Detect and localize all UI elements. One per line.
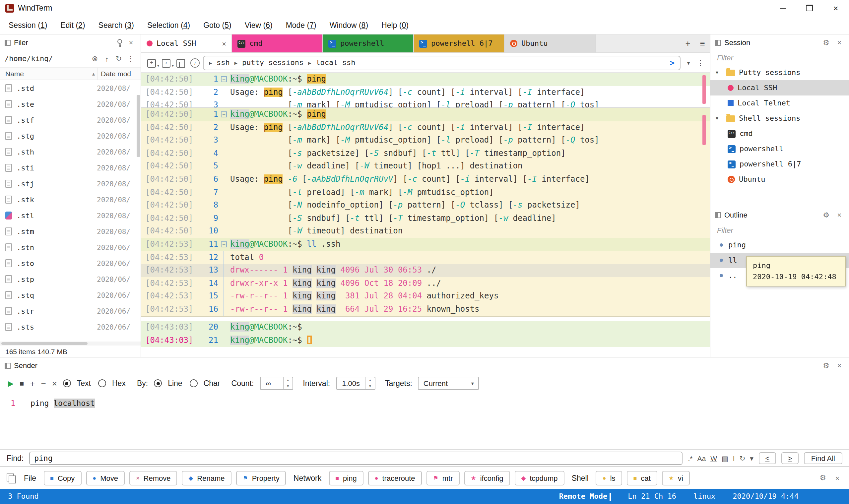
tab-ubuntu[interactable]: Ubuntu xyxy=(505,35,596,52)
current-path[interactable]: /home/king/ xyxy=(5,54,53,63)
increment-icon[interactable]: ▲ xyxy=(366,377,375,383)
date-column-header[interactable]: Date mod xyxy=(98,70,131,77)
up-directory-icon[interactable]: ↑ xyxy=(102,55,112,63)
clear-path-icon[interactable]: ⊗ xyxy=(90,54,100,63)
tab-cmd[interactable]: cmd xyxy=(232,35,323,52)
gear-icon[interactable]: ⚙ xyxy=(818,473,828,482)
toolbar-button-traceroute[interactable]: ●traceroute xyxy=(368,470,422,485)
add-line-button[interactable]: + xyxy=(30,378,35,388)
toolbar-button-ping[interactable]: ■ping xyxy=(329,470,363,485)
sender-editor[interactable]: 1 ping localhost xyxy=(0,393,849,449)
name-column-header[interactable]: Name ▴ xyxy=(0,68,98,79)
toolbar-button-remove[interactable]: ×Remove xyxy=(129,470,177,485)
file-row[interactable]: .stq2020/06/ xyxy=(0,287,141,303)
menu-item-goto[interactable]: Goto (5) xyxy=(197,21,238,29)
toolbar-button-move[interactable]: ●Move xyxy=(86,470,125,485)
in-selection-icon[interactable]: ▤ xyxy=(722,454,728,462)
gear-icon[interactable]: ⚙ xyxy=(821,361,831,370)
pin-icon[interactable] xyxy=(116,38,123,47)
session-item-ubuntu[interactable]: Ubuntu xyxy=(710,172,849,187)
cursor-icon[interactable]: I xyxy=(733,454,735,462)
toolbar-button-copy[interactable]: ■Copy xyxy=(43,470,81,485)
wrap-around-icon[interactable]: ↻ xyxy=(740,454,745,462)
tab-local-ssh[interactable]: Local SSH× xyxy=(141,35,232,52)
input-mode-status[interactable]: Remote Mode xyxy=(559,492,611,501)
outline-item-ping[interactable]: ping xyxy=(710,237,849,253)
tab-list-button[interactable]: ≡ xyxy=(695,35,710,52)
file-row[interactable]: .stn2020/06/ xyxy=(0,239,141,255)
toolbar-button-vi[interactable]: ★vi xyxy=(662,470,690,485)
decrement-icon[interactable]: ▼ xyxy=(284,383,292,389)
menu-item-selection[interactable]: Selection (4) xyxy=(141,21,197,29)
find-options-dropdown-icon[interactable]: ▾ xyxy=(750,454,754,462)
duplicate-session-icon[interactable] xyxy=(161,57,173,68)
targets-dropdown[interactable]: Current ▾ xyxy=(418,377,479,390)
session-item-local-telnet[interactable]: Local Telnet xyxy=(710,95,849,111)
more-options-icon[interactable]: ⋮ xyxy=(697,58,704,67)
close-panel-icon[interactable]: × xyxy=(834,361,844,370)
toolbar-button-mtr[interactable]: ⚑mtr xyxy=(427,470,460,485)
remove-line-button[interactable]: − xyxy=(41,378,46,388)
run-command-icon[interactable]: > xyxy=(670,58,674,67)
count-spinner[interactable]: ∞ ▲ ▼ xyxy=(260,377,293,390)
close-panel-icon[interactable]: × xyxy=(834,38,844,47)
file-row[interactable]: .std2020/08/ xyxy=(0,80,141,96)
file-row[interactable]: .stp2020/06/ xyxy=(0,271,141,287)
more-options-icon[interactable]: ⋮ xyxy=(125,54,136,63)
interval-spinner[interactable]: 1.00s ▲ ▼ xyxy=(336,377,375,390)
clipboard-icon[interactable] xyxy=(176,57,187,68)
breadcrumb-item[interactable]: putty sessions xyxy=(242,58,304,67)
hex-mode-radio[interactable] xyxy=(98,379,106,387)
refresh-icon[interactable]: ↻ xyxy=(113,54,124,63)
session-item-local-ssh[interactable]: Local SSH xyxy=(710,80,849,95)
stop-button[interactable]: ■ xyxy=(20,379,24,387)
cursor-position-status[interactable]: Ln 21 Ch 16 xyxy=(628,492,676,501)
new-tab-button[interactable]: + xyxy=(681,35,695,52)
close-tab-icon[interactable]: × xyxy=(222,39,226,48)
menu-item-session[interactable]: Session (1) xyxy=(2,21,54,29)
session-item-shell-sessions[interactable]: ▾Shell sessions xyxy=(710,111,849,126)
file-row[interactable]: .str2020/06/ xyxy=(0,303,141,319)
file-row[interactable]: .stf2020/08/ xyxy=(0,112,141,128)
session-item-cmd[interactable]: cmd xyxy=(710,126,849,141)
file-row[interactable]: .stg2020/08/ xyxy=(0,128,141,144)
chevron-down-icon[interactable]: ▾ xyxy=(684,59,693,66)
menu-item-help[interactable]: Help (0) xyxy=(375,21,415,29)
session-filter-input[interactable]: Filter xyxy=(710,50,849,65)
file-row[interactable]: .sth2020/08/ xyxy=(0,144,141,160)
menu-item-mode[interactable]: Mode (7) xyxy=(279,21,323,29)
file-row[interactable]: .stm2020/08/ xyxy=(0,223,141,239)
menu-item-search[interactable]: Search (3) xyxy=(92,21,141,29)
toolbar-button-ifconfig[interactable]: ★ifconfig xyxy=(464,470,510,485)
match-case-icon[interactable]: Aa xyxy=(697,454,706,462)
file-row[interactable]: .sts2020/06/ xyxy=(0,319,141,335)
horizontal-scrollbar[interactable] xyxy=(0,342,141,345)
close-panel-icon[interactable]: × xyxy=(832,474,842,482)
platform-status[interactable]: linux xyxy=(693,492,715,501)
menu-item-edit[interactable]: Edit (2) xyxy=(54,21,92,29)
file-row[interactable]: .stl2020/08/ xyxy=(0,208,141,223)
vertical-scrollbar[interactable] xyxy=(137,95,140,157)
text-mode-radio[interactable] xyxy=(63,379,71,387)
menu-item-view[interactable]: View (6) xyxy=(238,21,279,29)
line-mode-radio[interactable] xyxy=(154,379,162,387)
datetime-status[interactable]: 2020/10/19 4:44 xyxy=(733,492,799,501)
close-panel-icon[interactable]: × xyxy=(834,211,844,219)
find-next-button[interactable]: > xyxy=(781,452,799,464)
find-previous-button[interactable]: < xyxy=(759,452,776,464)
send-button[interactable]: ▶ xyxy=(8,379,14,388)
whole-word-icon[interactable]: W xyxy=(710,454,717,462)
maximize-button[interactable] xyxy=(796,0,823,16)
file-row[interactable]: .stk2020/08/ xyxy=(0,192,141,208)
decrement-icon[interactable]: ▼ xyxy=(366,383,375,389)
clear-button[interactable]: × xyxy=(52,378,57,388)
regex-icon[interactable]: .* xyxy=(688,454,692,462)
new-session-icon[interactable] xyxy=(147,57,158,68)
outline-filter-input[interactable]: Filter xyxy=(710,223,849,237)
minimize-button[interactable] xyxy=(770,0,796,16)
increment-icon[interactable]: ▲ xyxy=(284,377,292,383)
find-all-button[interactable]: Find All xyxy=(804,452,842,464)
fold-marker-icon[interactable]: − xyxy=(221,76,227,82)
fold-marker-icon[interactable]: − xyxy=(221,111,227,118)
terminal-pane-bottom[interactable]: [04:43:03]20king@MACBOOK:~$[04:43:03]21k… xyxy=(141,317,710,357)
